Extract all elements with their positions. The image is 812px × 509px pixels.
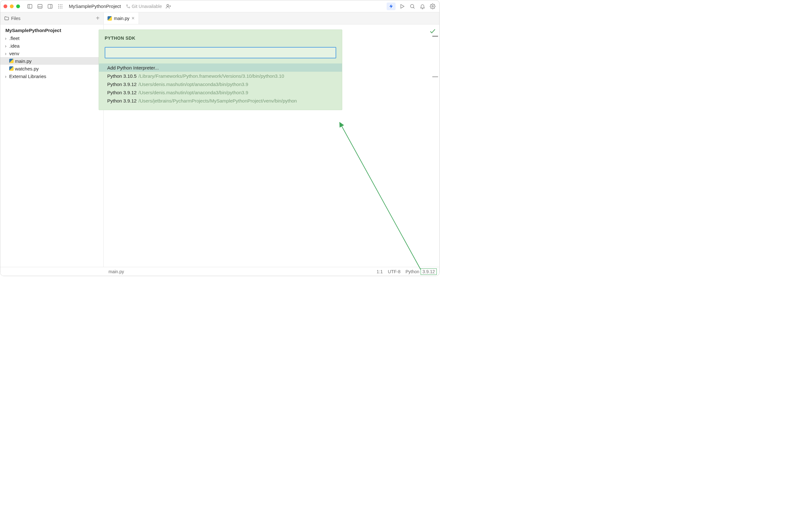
svg-point-21 — [411, 4, 414, 8]
svg-rect-4 — [48, 4, 52, 8]
python-file-icon — [9, 59, 14, 63]
svg-rect-2 — [38, 4, 42, 8]
fullscreen-window-button[interactable] — [16, 4, 20, 8]
notifications-icon[interactable] — [419, 3, 426, 10]
svg-point-12 — [58, 8, 59, 8]
svg-point-11 — [62, 6, 62, 6]
close-window-button[interactable] — [3, 4, 7, 8]
window-controls — [3, 4, 20, 8]
sdk-item[interactable]: Python 3.9.12 /Users/jetbrains/PycharmPr… — [99, 97, 342, 105]
tree-item-venv[interactable]: › venv — [0, 49, 103, 57]
files-sidebar-title: Files — [11, 16, 21, 21]
svg-marker-20 — [401, 4, 404, 8]
git-status-label: Git Unavailable — [132, 4, 162, 9]
ide-window: MySamplePythonProject Git Unavailable — [0, 0, 439, 276]
python-file-icon — [108, 16, 112, 21]
tree-item-fleet[interactable]: › .fleet — [0, 34, 103, 42]
tree-item-watches-py[interactable]: watches.py — [0, 65, 103, 72]
tab-filename: main.py — [114, 16, 130, 21]
statusbar-filename[interactable]: main.py — [108, 269, 124, 274]
sdk-item[interactable]: Python 3.9.12 /Users/denis.mashutin/opt/… — [99, 80, 342, 88]
editor-marker: — — [432, 33, 438, 39]
sdk-item-add-interpreter[interactable]: Add Python Interpreter... — [99, 64, 342, 72]
git-status[interactable]: Git Unavailable — [126, 4, 162, 9]
chevron-right-icon: › — [3, 43, 8, 48]
folder-icon — [4, 16, 9, 21]
panel-bottom-icon[interactable] — [36, 3, 43, 10]
settings-icon[interactable] — [429, 3, 436, 10]
titlebar: MySamplePythonProject Git Unavailable — [0, 0, 439, 12]
caret-position[interactable]: 1:1 — [374, 269, 385, 274]
panel-right-icon[interactable] — [47, 3, 54, 10]
svg-rect-0 — [28, 4, 32, 8]
project-name[interactable]: MySamplePythonProject — [67, 3, 123, 9]
svg-point-14 — [62, 8, 62, 8]
tree-item-idea[interactable]: › .idea — [0, 42, 103, 49]
svg-point-15 — [127, 4, 128, 6]
svg-point-6 — [58, 4, 59, 5]
tree-item-external-libraries[interactable]: › External Libraries — [0, 72, 103, 80]
statusbar: main.py 1:1 UTF-8 Python 3.9.12 — [0, 267, 439, 276]
sdk-popup-title: PYTHON SDK — [99, 30, 342, 44]
svg-line-22 — [413, 7, 415, 8]
python-file-icon — [9, 66, 14, 71]
minimize-window-button[interactable] — [10, 4, 14, 8]
project-tree[interactable]: MySamplePythonProject › .fleet › .idea ›… — [0, 25, 103, 82]
sdk-search-input[interactable] — [105, 47, 336, 58]
chevron-right-icon: › — [3, 51, 8, 56]
svg-point-17 — [167, 4, 169, 6]
add-collaborator-icon[interactable] — [165, 3, 172, 10]
chevron-right-icon: › — [3, 74, 8, 79]
editor-tabstrip: main.py ✕ — [104, 12, 439, 25]
svg-point-10 — [60, 6, 61, 6]
apps-grid-icon[interactable] — [57, 3, 64, 10]
sdk-item[interactable]: Python 3.10.5 /Library/Frameworks/Python… — [99, 72, 342, 80]
svg-point-7 — [60, 4, 61, 5]
svg-point-23 — [432, 5, 434, 7]
svg-point-9 — [58, 6, 59, 6]
chevron-right-icon: › — [3, 36, 8, 41]
editor-tab-main-py[interactable]: main.py ✕ — [104, 12, 139, 24]
ai-assist-button[interactable] — [387, 3, 395, 10]
run-button[interactable] — [399, 3, 406, 10]
svg-point-16 — [129, 7, 130, 8]
close-tab-icon[interactable]: ✕ — [131, 16, 135, 21]
python-sdk-popup: PYTHON SDK Add Python Interpreter... Pyt… — [99, 30, 342, 110]
tree-item-main-py[interactable]: main.py — [0, 57, 103, 65]
sdk-item[interactable]: Python 3.9.12 /Users/denis.mashutin/opt/… — [99, 88, 342, 97]
interpreter-version[interactable]: 3.9.12 — [421, 268, 437, 275]
editor-marker: — — [432, 73, 438, 80]
svg-point-13 — [60, 8, 61, 8]
new-file-button[interactable]: + — [96, 14, 100, 22]
file-encoding[interactable]: UTF-8 — [385, 269, 403, 274]
interpreter-label[interactable]: Python — [403, 269, 420, 274]
panel-left-icon[interactable] — [26, 3, 33, 10]
search-icon[interactable] — [409, 3, 416, 10]
project-root[interactable]: MySamplePythonProject — [0, 26, 103, 34]
files-sidebar: Files + MySamplePythonProject › .fleet ›… — [0, 12, 104, 267]
svg-point-8 — [62, 4, 62, 5]
files-sidebar-header: Files + — [0, 12, 103, 25]
sdk-list: Add Python Interpreter... Python 3.10.5 … — [99, 64, 342, 105]
